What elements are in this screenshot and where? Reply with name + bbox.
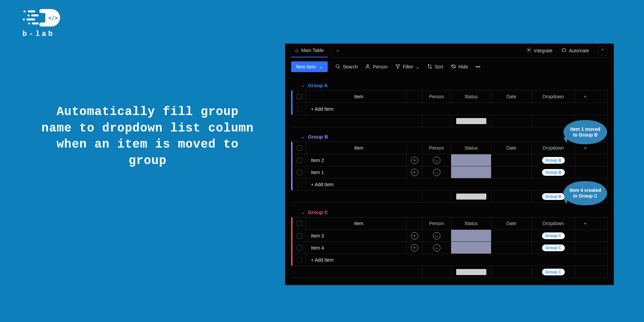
group-header[interactable]: ⌄Group A: [291, 83, 608, 88]
search-icon: [335, 64, 340, 70]
chevron-down-icon: ⌄: [301, 210, 305, 215]
filter-label: Filter: [403, 64, 413, 69]
col-person[interactable]: Person: [422, 142, 451, 154]
col-person[interactable]: Person: [422, 217, 451, 229]
table-row[interactable]: Item 2Group B: [291, 154, 607, 166]
svg-rect-10: [562, 49, 566, 52]
person-cell[interactable]: [422, 154, 451, 166]
conversation-icon: [411, 232, 418, 239]
person-cell[interactable]: [422, 242, 451, 254]
status-summary: [451, 266, 491, 278]
col-status[interactable]: Status: [451, 217, 491, 229]
svg-rect-1: [31, 14, 39, 16]
date-cell[interactable]: [491, 166, 531, 178]
search-button[interactable]: Search: [335, 64, 358, 70]
col-dropdown[interactable]: Dropdown: [531, 142, 575, 154]
row-checkbox[interactable]: [292, 154, 306, 166]
col-item[interactable]: Item: [306, 91, 407, 103]
row-checkbox: [292, 178, 306, 190]
row-checkbox[interactable]: [292, 230, 306, 241]
group-group-c: ⌄Group CItemPersonStatusDateDropdown+Ite…: [291, 209, 608, 278]
date-cell[interactable]: [491, 230, 531, 241]
add-item-row[interactable]: + Add Item: [291, 103, 607, 115]
table-row[interactable]: Item 3Group C: [291, 229, 607, 241]
open-conversation-button[interactable]: [407, 230, 422, 241]
select-all-checkbox[interactable]: [292, 217, 306, 229]
col-date[interactable]: Date: [491, 142, 531, 154]
row-checkbox[interactable]: [292, 166, 306, 178]
dropdown-summary: Group C: [531, 266, 575, 278]
group-header[interactable]: ⌄Group C: [291, 209, 608, 215]
status-cell[interactable]: [451, 166, 491, 178]
select-all-checkbox[interactable]: [292, 142, 306, 154]
automate-button[interactable]: Automate: [558, 46, 592, 55]
person-filter-button[interactable]: Person: [365, 64, 387, 70]
person-cell[interactable]: [422, 166, 451, 178]
col-item[interactable]: Item: [306, 142, 407, 154]
open-conversation-button[interactable]: [407, 242, 422, 254]
add-tab-button[interactable]: +: [331, 47, 339, 55]
svg-rect-0: [28, 10, 35, 12]
add-column-button[interactable]: +: [575, 217, 595, 229]
status-summary: [451, 191, 491, 202]
sort-button[interactable]: Sort: [427, 64, 443, 70]
collapse-button[interactable]: ⌃: [598, 46, 608, 56]
group-grid: ItemPersonStatusDateDropdown+Item 3Group…: [291, 217, 608, 278]
col-dropdown[interactable]: Dropdown: [531, 91, 575, 103]
tab-label: Main Table: [301, 48, 324, 53]
more-icon: •••: [475, 64, 480, 69]
row-checkbox[interactable]: [292, 242, 306, 254]
add-item-label[interactable]: + Add Item: [306, 178, 607, 190]
col-item[interactable]: Item: [306, 217, 407, 229]
new-item-button[interactable]: New Item: [291, 61, 328, 72]
open-conversation-button[interactable]: [407, 166, 422, 178]
person-cell[interactable]: [422, 230, 451, 241]
chevron-down-icon: ⌄: [301, 135, 305, 139]
dropdown-cell[interactable]: Group B: [531, 154, 575, 166]
table-row[interactable]: Item 1Group B: [291, 166, 607, 178]
status-cell[interactable]: [451, 154, 491, 166]
more-button[interactable]: •••: [475, 64, 480, 69]
integrate-button[interactable]: Integrate: [524, 46, 555, 55]
filter-button[interactable]: Filter: [395, 64, 420, 70]
tab-main-table[interactable]: Main Table: [291, 44, 328, 57]
dropdown-summary-tag: Group C: [542, 269, 565, 275]
filter-icon: [395, 64, 400, 70]
item-name-cell[interactable]: Item 4: [306, 242, 407, 254]
logo-mark: </>: [15, 8, 62, 29]
add-item-label[interactable]: + Add Item: [306, 103, 607, 115]
item-name-cell[interactable]: Item 3: [306, 230, 407, 241]
dropdown-cell[interactable]: Group C: [531, 230, 575, 241]
select-all-checkbox[interactable]: [292, 91, 306, 103]
date-cell[interactable]: [491, 154, 531, 166]
col-status[interactable]: Status: [451, 142, 491, 154]
person-label: Person: [373, 64, 387, 69]
add-column-button[interactable]: +: [575, 91, 595, 103]
status-cell[interactable]: [451, 242, 491, 254]
status-cell[interactable]: [451, 230, 491, 241]
add-item-row[interactable]: + Add Item: [291, 178, 607, 190]
open-conversation-button[interactable]: [407, 154, 422, 166]
chevron-down-icon: ⌄: [301, 83, 305, 88]
dropdown-tag: Group C: [542, 245, 565, 251]
col-date[interactable]: Date: [491, 217, 531, 229]
col-status[interactable]: Status: [451, 91, 491, 103]
add-item-label[interactable]: + Add Item: [306, 254, 607, 266]
col-dropdown[interactable]: Dropdown: [531, 217, 575, 229]
col-date[interactable]: Date: [491, 91, 531, 103]
col-spacer: [407, 142, 422, 154]
annotation-bubble-1: Item 1 moved to Group B: [564, 120, 607, 144]
dropdown-cell[interactable]: Group C: [531, 242, 575, 254]
add-item-row[interactable]: + Add Item: [291, 254, 607, 266]
date-cell[interactable]: [491, 242, 531, 254]
dropdown-tag: Group B: [542, 157, 565, 164]
conversation-icon: [411, 244, 418, 252]
hide-button[interactable]: Hide: [451, 64, 468, 70]
item-name-cell[interactable]: Item 2: [306, 154, 407, 166]
col-person[interactable]: Person: [422, 91, 451, 103]
row-checkbox: [292, 103, 306, 115]
row-trailer: [575, 230, 595, 241]
item-name-cell[interactable]: Item 1: [306, 166, 407, 178]
table-row[interactable]: Item 4Group C: [291, 241, 607, 254]
dropdown-cell[interactable]: Group B: [531, 166, 575, 178]
